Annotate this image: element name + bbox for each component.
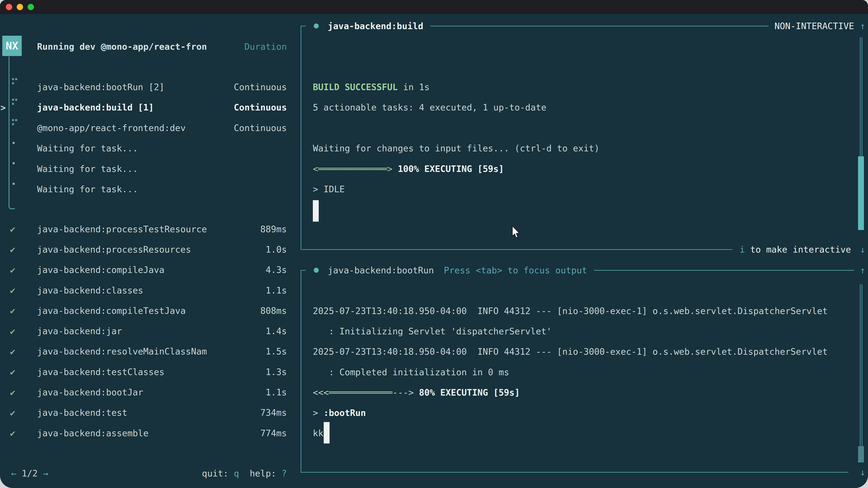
waiting-task-row: Waiting for task... xyxy=(0,138,294,159)
check-icon: ✔ xyxy=(10,387,16,398)
quit-label: quit: xyxy=(202,468,234,479)
task-duration: 1.1s xyxy=(266,387,287,397)
bootrun-command-line: > :bootRun xyxy=(313,402,833,423)
check-icon: ✔ xyxy=(10,224,16,234)
check-icon: ✔ xyxy=(10,305,16,316)
log-line: 2025-07-23T13:40:18.950-04:00 INFO 44312… xyxy=(313,301,833,321)
scroll-up-icon[interactable]: ↑ xyxy=(860,265,865,275)
selected-marker-icon: > xyxy=(0,102,6,112)
build-pane-left-border xyxy=(301,26,301,250)
task-sidebar: NX Running dev @mono-app/react-fron Dura… xyxy=(0,0,294,488)
header-rule xyxy=(430,26,769,26)
log-line: 2025-07-23T13:40:18.950-04:00 INFO 44312… xyxy=(313,341,833,362)
interactive-hint-key[interactable]: i xyxy=(740,245,745,255)
completed-task-row[interactable]: ✔ java-backend:testClasses 1.3s xyxy=(0,362,294,382)
completed-task-row[interactable]: ✔ java-backend:jar 1.4s xyxy=(0,321,294,341)
help-key[interactable]: ? xyxy=(282,468,287,479)
running-task-list: > java-backend:bootRun [2] Continuous > … xyxy=(0,77,294,138)
task-duration: 808ms xyxy=(260,306,287,316)
waiting-text: Waiting for changes to input files... (c… xyxy=(313,143,599,153)
task-name: java-backend:processResources xyxy=(37,245,191,255)
quit-key[interactable]: q xyxy=(234,468,239,479)
page-next-icon[interactable]: → xyxy=(43,468,48,479)
progress-open: < xyxy=(313,164,318,174)
completed-task-row[interactable]: ✔ java-backend:processTestResource 889ms xyxy=(0,219,294,239)
interactive-hint-text: to make interactive xyxy=(745,245,851,255)
completed-task-row[interactable]: ✔ java-backend:processResources 1.0s xyxy=(0,239,294,260)
build-pane-header[interactable]: java-backend:build NON-INTERACTIVE ↑ xyxy=(301,16,868,36)
running-task-row[interactable]: > java-backend:build [1] Continuous xyxy=(0,97,294,118)
blank-line xyxy=(313,118,833,138)
check-icon: ✔ xyxy=(10,326,16,336)
bootrun-scrollbar-thumb[interactable] xyxy=(858,446,864,462)
completed-task-row[interactable]: ✔ java-backend:compileTestJava 808ms xyxy=(0,300,294,321)
completed-task-row[interactable]: ✔ java-backend:compileJava 4.3s xyxy=(0,260,294,280)
log-text: : Initializing Servlet 'dispatcherServle… xyxy=(313,326,552,336)
tasks-summary-text: 5 actionable tasks: 4 executed, 1 up-to-… xyxy=(313,102,546,112)
task-name: java-backend:jar xyxy=(37,326,122,336)
spinner-icon xyxy=(12,119,14,121)
completed-task-list: ✔ java-backend:processTestResource 889ms… xyxy=(0,219,294,443)
bootrun-log-list: 2025-07-23T13:40:18.950-04:00 INFO 44312… xyxy=(313,301,833,382)
scroll-up-icon[interactable]: ↑ xyxy=(860,21,865,31)
completed-task-row[interactable]: ✔ java-backend:assemble 774ms xyxy=(0,423,294,443)
waiting-label: Waiting for task... xyxy=(37,143,138,153)
progress-post: ---> xyxy=(393,387,414,398)
scroll-down-icon[interactable]: ↓ xyxy=(860,245,865,255)
bootrun-pane-output[interactable]: 2025-07-23T13:40:18.950-04:00 INFO 44312… xyxy=(313,301,833,444)
task-name: java-backend:bootRun [2] xyxy=(37,82,164,92)
completed-task-row[interactable]: ✔ java-backend:resolveMainClassNam 1.5s xyxy=(0,341,294,362)
prompt-text: > xyxy=(313,408,323,418)
task-status: Continuous xyxy=(234,123,287,133)
build-pane-output[interactable]: BUILD SUCCESSFUL in 1s 5 actionable task… xyxy=(313,77,833,199)
task-name: java-backend:classes xyxy=(37,285,143,295)
spinner-icon xyxy=(12,99,14,101)
spinner-icon xyxy=(12,78,14,80)
task-dot-icon xyxy=(314,268,319,273)
bootrun-progress-line: <<<════════════---> 80% EXECUTING [59s] xyxy=(313,382,833,402)
task-duration: 1.1s xyxy=(266,285,287,295)
idle-text: > IDLE xyxy=(313,184,345,194)
task-name: java-backend:assemble xyxy=(37,428,149,438)
task-name: java-backend:bootJar xyxy=(37,387,143,397)
terminal-window: NX Running dev @mono-app/react-fron Dura… xyxy=(0,0,868,488)
log-text: : Completed initialization in 0 ms xyxy=(313,367,509,377)
build-success-line: BUILD SUCCESSFUL in 1s xyxy=(313,77,833,97)
completed-task-row[interactable]: ✔ java-backend:classes 1.1s xyxy=(0,280,294,300)
build-scrollbar-thumb[interactable] xyxy=(858,156,864,230)
task-name: java-backend:testClasses xyxy=(37,367,164,377)
sidebar-title: Running dev @mono-app/react-fron xyxy=(37,41,207,52)
completed-task-row[interactable]: ✔ java-backend:bootJar 1.1s xyxy=(0,382,294,402)
build-terminal-cursor xyxy=(313,200,319,222)
bootrun-terminal-cursor xyxy=(324,422,330,444)
bootrun-pane-header[interactable]: java-backend:bootRun Press <tab> to focu… xyxy=(301,260,868,281)
build-scrollbar-track[interactable] xyxy=(860,37,862,156)
bootrun-pane-title: java-backend:bootRun xyxy=(328,265,434,275)
bullet-icon xyxy=(13,162,15,164)
command-text: :bootRun xyxy=(323,408,366,418)
check-icon: ✔ xyxy=(10,244,16,255)
waiting-task-list: Waiting for task... Waiting for task... … xyxy=(0,138,294,200)
task-dot-icon xyxy=(314,24,319,29)
page-prev-icon[interactable]: ← xyxy=(11,468,16,479)
task-name: java-backend:processTestResource xyxy=(37,224,207,234)
sidebar-footer: ← 1/2 → quit: q help: ? xyxy=(0,463,294,484)
build-progress-line: <═════════════> 100% EXECUTING [59s] xyxy=(313,159,833,179)
running-task-row[interactable]: > java-backend:bootRun [2] Continuous xyxy=(0,77,294,97)
completed-task-row[interactable]: ✔ java-backend:test 734ms xyxy=(0,402,294,423)
check-icon: ✔ xyxy=(10,265,16,275)
check-icon: ✔ xyxy=(10,408,16,418)
task-name: java-backend:test xyxy=(37,408,127,418)
bootrun-scrollbar-track[interactable] xyxy=(860,284,862,451)
build-pane-title: java-backend:build xyxy=(328,21,423,31)
footer-gap xyxy=(239,468,250,479)
waiting-task-row: Waiting for task... xyxy=(0,159,294,179)
build-tasks-line: 5 actionable tasks: 4 executed, 1 up-to-… xyxy=(313,97,833,118)
build-idle-line: > IDLE xyxy=(313,179,833,200)
scroll-down-icon[interactable]: ↓ xyxy=(860,467,865,477)
typed-input-text: kk xyxy=(313,428,323,438)
running-task-row[interactable]: > @mono-app/react-frontend:dev Continuou… xyxy=(0,118,294,138)
task-name: java-backend:compileTestJava xyxy=(37,306,186,316)
build-pane-footer: i to make interactive ↓ xyxy=(301,239,868,260)
waiting-task-row: Waiting for task... xyxy=(0,179,294,200)
